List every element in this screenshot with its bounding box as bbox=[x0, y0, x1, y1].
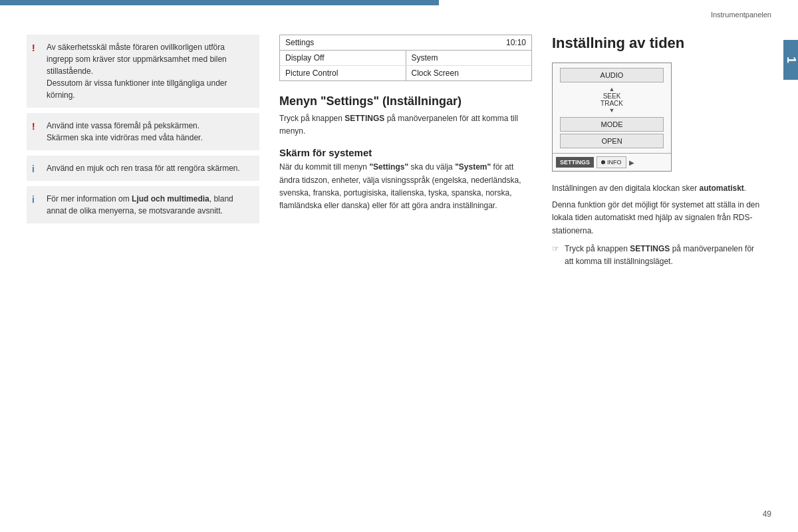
settings-header-right: 10:10 bbox=[506, 38, 526, 47]
notice-warning-1: ! Av säkerhetsskäl måste föraren ovillko… bbox=[27, 35, 259, 108]
settings-table: Settings 10:10 Display Off System Pictur… bbox=[279, 35, 532, 81]
chapter-title: Instrumentpanelen bbox=[711, 11, 771, 19]
car-ui-audio-btn[interactable]: AUDIO bbox=[560, 68, 664, 82]
page-number: 49 bbox=[763, 509, 771, 519]
notice-text-2: Använd inte vassa föremål på pekskärmen.… bbox=[47, 121, 203, 142]
info-label: INFO bbox=[607, 159, 622, 166]
settings-cell-1-2: System bbox=[406, 51, 532, 65]
notice-info-2: i För mer information om Ljud och multim… bbox=[27, 186, 259, 223]
warning-icon-1: ! bbox=[32, 41, 35, 55]
settings-header-left: Settings bbox=[285, 38, 314, 47]
main-content: ! Av säkerhetsskäl måste föraren ovillko… bbox=[0, 21, 798, 513]
settings-table-header: Settings 10:10 bbox=[280, 35, 531, 51]
chapter-header: Instrumentpanelen bbox=[0, 5, 798, 21]
settings-row-1: Display Off System bbox=[280, 51, 531, 66]
instruction-text: Tryck på knappen SETTINGS på manöverpane… bbox=[565, 243, 765, 268]
chapter-tab: 1 bbox=[783, 40, 798, 80]
right-intro-text: Inställningen av den digitala klockan sk… bbox=[552, 182, 765, 195]
main-section-text: Tryck på knappen SETTINGS på manöverpane… bbox=[279, 112, 532, 138]
notice-warning-2: ! Använd inte vassa föremål på pekskärme… bbox=[27, 113, 259, 150]
settings-cell-2-1: Picture Control bbox=[280, 66, 406, 80]
info-dot bbox=[601, 160, 605, 164]
middle-column: Settings 10:10 Display Off System Pictur… bbox=[279, 35, 532, 500]
car-ui-bottom-row: SETTINGS INFO ▶ bbox=[553, 153, 671, 171]
settings-cell-1-1: Display Off bbox=[280, 51, 406, 65]
seek-down-arrow[interactable]: ▼ bbox=[609, 107, 615, 114]
info-icon-1: i bbox=[32, 162, 35, 176]
right-instruction: ☞ Tryck på knappen SETTINGS på manöverpa… bbox=[552, 243, 765, 268]
instruction-arrow: ☞ bbox=[552, 243, 559, 268]
warning-icon-2: ! bbox=[32, 120, 35, 134]
left-column: ! Av säkerhetsskäl måste föraren ovillko… bbox=[27, 35, 259, 500]
sub-section-text: När du kommit till menyn "Settings" ska … bbox=[279, 161, 532, 212]
seek-label: SEEKTRACK bbox=[600, 92, 623, 107]
car-ui-open-btn[interactable]: OPEN bbox=[560, 134, 664, 148]
car-ui-info-btn[interactable]: INFO bbox=[597, 156, 626, 168]
notice-text-3: Använd en mjuk och ren trasa för att ren… bbox=[47, 164, 240, 173]
settings-cell-2-2: Clock Screen bbox=[406, 66, 532, 80]
seek-up-arrow[interactable]: ▲ bbox=[609, 86, 615, 92]
main-section-title: Menyn "Settings" (Inställningar) bbox=[279, 94, 532, 108]
car-ui-seek: ▲ SEEKTRACK ▼ bbox=[557, 84, 667, 115]
car-ui-settings-btn[interactable]: SETTINGS bbox=[556, 157, 594, 168]
settings-row-2: Picture Control Clock Screen bbox=[280, 66, 531, 80]
car-ui-mode-btn[interactable]: MODE bbox=[560, 117, 664, 132]
notice-text-1: Av säkerhetsskäl måste föraren ovillkorl… bbox=[47, 43, 227, 100]
chapter-number: 1 bbox=[784, 57, 798, 63]
right-column: Inställning av tiden AUDIO ▲ SEEKTRACK ▼… bbox=[552, 35, 765, 500]
car-ui-arrow-right[interactable]: ▶ bbox=[629, 159, 634, 166]
car-ui-mockup: AUDIO ▲ SEEKTRACK ▼ MODE OPEN SETTINGS I… bbox=[552, 63, 672, 172]
notice-text-4: För mer information om Ljud och multimed… bbox=[47, 194, 233, 215]
right-section-title: Inställning av tiden bbox=[552, 35, 765, 52]
notice-info-1: i Använd en mjuk och ren trasa för att r… bbox=[27, 156, 259, 181]
top-bar bbox=[0, 0, 439, 5]
sub-section-title: Skärm för systemet bbox=[279, 147, 532, 158]
info-icon-2: i bbox=[32, 193, 35, 207]
right-body-text: Denna funktion gör det möjligt för syste… bbox=[552, 199, 765, 237]
